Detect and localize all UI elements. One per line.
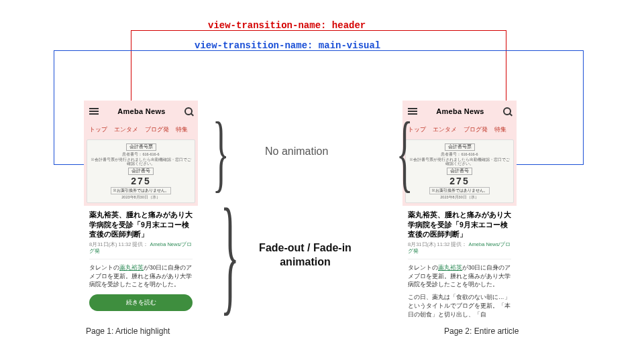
tab-entame[interactable]: エンタメ <box>433 125 457 134</box>
receipt-label: 会計番号 <box>128 168 154 175</box>
receipt-id: 患者番号：616-616-6 <box>90 152 192 157</box>
meta-provides: 提供： <box>451 241 467 247</box>
brace-left-bottom: } <box>221 189 239 320</box>
page1-header: Ameba News <box>84 101 198 122</box>
page2-body: 薬丸裕英、腫れと痛みがあり大学病院を受診「9月末エコー検査後の医師判断」 8月3… <box>402 206 517 322</box>
connector-main-visual-foot-left <box>54 164 84 165</box>
receipt-top: 会計番号票 <box>445 143 475 151</box>
code-label-main-visual: view-transition-name: main-visual <box>195 40 380 51</box>
receipt-note: ※会計番号票が発行されましたら出勤機確認・窓口でご確認ください。 <box>409 158 511 166</box>
brace-right-top: { <box>396 109 413 196</box>
label-no-animation: No animation <box>265 145 328 158</box>
tab-blog[interactable]: ブログ発 <box>464 125 488 134</box>
fade-line1: Fade-out / Fade-in <box>259 242 352 253</box>
page2-phone: Ameba News トップ エンタメ ブログ発 特集 会計番号票 患者番号：6… <box>402 101 517 322</box>
page2-para2: この日、薬丸は「食欲のない朝に…」というタイトルでブログを更新。「本日の朝食」と… <box>408 293 511 318</box>
page2-para1: タレントの薬丸裕英が30日に自身のアメブロを更新。腫れと痛みがあり大学病院を受診… <box>408 263 511 289</box>
tab-feature[interactable]: 特集 <box>494 125 506 134</box>
page1-article-title: 薬丸裕英、腫れと痛みがあり大学病院を受診「9月末エコー検査後の医師判断」 <box>89 210 193 239</box>
meta-date: 8月31日(木) 11:32 <box>408 241 449 247</box>
page1-article-meta: 8月31日(木) 11:32 提供： Ameba News/ブログ発 <box>89 241 193 255</box>
receipt-label: 会計番号 <box>447 168 472 175</box>
tab-feature[interactable]: 特集 <box>176 125 188 134</box>
page1-phone: Ameba News トップ エンタメ ブログ発 特集 会計番号票 患者番号：6… <box>84 101 198 322</box>
receipt-top: 会計番号票 <box>126 143 156 151</box>
tab-top[interactable]: トップ <box>89 125 107 134</box>
receipt-bottom: ※お薬引換券ではありません。 <box>111 187 171 194</box>
page2-main-visual: 会計番号票 患者番号：616-616-6 ※会計番号票が発行されましたら出勤機確… <box>402 137 517 206</box>
search-icon[interactable] <box>184 107 193 115</box>
page1-tabs: トップ エンタメ ブログ発 特集 <box>84 122 198 137</box>
caption-page1: Page 1: Article highlight <box>86 326 170 336</box>
divider <box>89 259 193 259</box>
page1-body: 薬丸裕英、腫れと痛みがあり大学病院を受診「9月末エコー検査後の医師判断」 8月3… <box>84 206 198 316</box>
receipt-date: 2023年8月30日（水） <box>409 195 511 200</box>
receipt-note: ※会計番号票が発行されましたら出勤機確認・窓口でご確認ください。 <box>90 158 192 166</box>
page2-article-title: 薬丸裕英、腫れと痛みがあり大学病院を受診「9月末エコー検査後の医師判断」 <box>408 210 511 239</box>
receipt-number: 275 <box>409 176 511 186</box>
page1-main-visual: 会計番号票 患者番号：616-616-6 ※会計番号票が発行されましたら出勤機確… <box>84 137 198 206</box>
receipt-id: 患者番号：616-616-6 <box>409 152 511 157</box>
search-icon[interactable] <box>503 107 511 115</box>
para1-link[interactable]: 薬丸裕英 <box>119 264 144 271</box>
connector-main-visual-foot-right <box>517 164 584 165</box>
code-label-header: view-transition-name: header <box>208 20 366 31</box>
app-logo: Ameba News <box>436 107 484 115</box>
read-more-button[interactable]: 続きを読む <box>89 294 193 311</box>
app-logo: Ameba News <box>117 107 165 115</box>
page1-para: タレントの薬丸裕英が30日に自身のアメブロを更新。腫れと痛みがあり大学病院を受診… <box>89 263 193 289</box>
para1a: タレントの <box>89 264 119 271</box>
page2-tabs: トップ エンタメ ブログ発 特集 <box>402 122 517 137</box>
receipt-bottom: ※お薬引換券ではありません。 <box>429 187 490 194</box>
receipt-image: 会計番号票 患者番号：616-616-6 ※会計番号票が発行されましたら出勤機確… <box>405 139 514 203</box>
para1a: タレントの <box>408 264 438 271</box>
tab-entame[interactable]: エンタメ <box>114 125 138 134</box>
label-fade-animation: Fade-out / Fade-in animation <box>252 241 359 269</box>
page2-article-meta: 8月31日(木) 11:32 提供： Ameba News/ブログ発 <box>408 241 511 255</box>
para1-link[interactable]: 薬丸裕英 <box>438 264 462 271</box>
caption-page2: Page 2: Entire article <box>444 326 519 336</box>
menu-icon[interactable] <box>89 108 99 115</box>
meta-provides: 提供： <box>132 241 148 247</box>
divider <box>408 259 511 259</box>
page2-header: Ameba News <box>402 101 517 122</box>
receipt-date: 2023年8月30日（水） <box>90 195 192 200</box>
meta-date: 8月31日(木) 11:32 <box>89 241 131 247</box>
tab-blog[interactable]: ブログ発 <box>145 125 169 134</box>
fade-line2: animation <box>280 256 331 267</box>
receipt-image: 会計番号票 患者番号：616-616-6 ※会計番号票が発行されましたら出勤機確… <box>87 139 195 203</box>
receipt-number: 275 <box>90 176 192 186</box>
